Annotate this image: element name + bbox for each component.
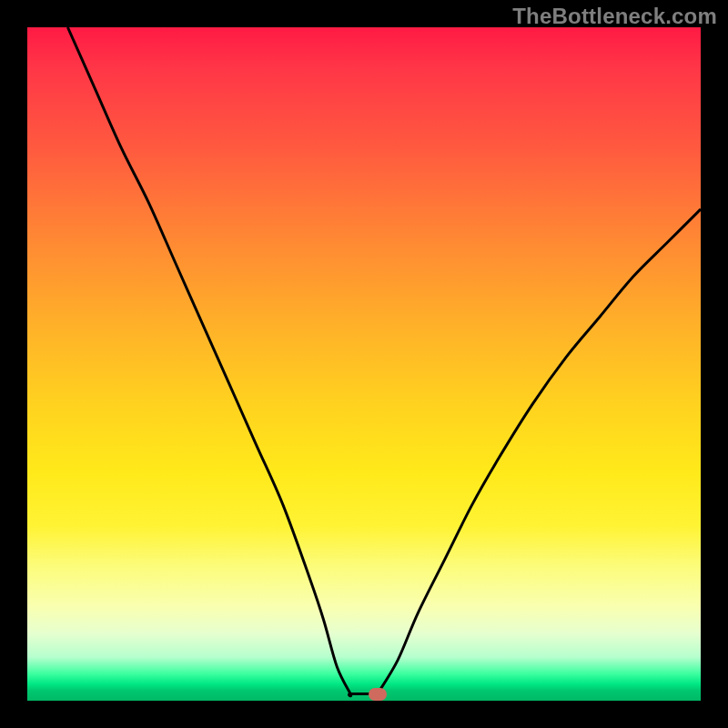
optimum-marker	[369, 688, 387, 701]
plot-area	[27, 27, 701, 701]
bottleneck-curve	[27, 27, 701, 701]
curve-path	[67, 27, 701, 696]
watermark-text: TheBottleneck.com	[512, 4, 717, 29]
chart-frame: TheBottleneck.com	[0, 0, 728, 728]
